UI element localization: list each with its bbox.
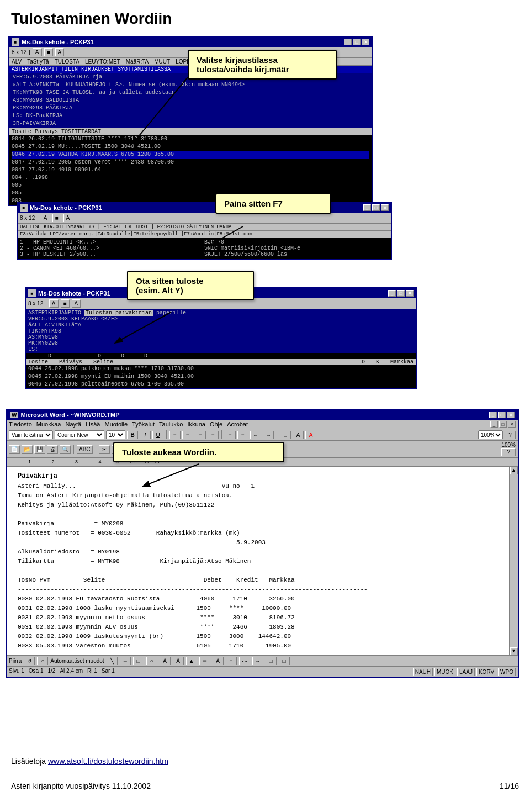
dos1-btn3[interactable]: A — [55, 48, 65, 56]
word-new-btn[interactable]: 📄 — [9, 445, 20, 454]
word-menu-window[interactable]: Ikkuna — [187, 421, 205, 428]
word-f1l: Päiväkirja = MY0298 — [18, 520, 269, 527]
word-nauh-btn[interactable]: NAUH — [413, 668, 433, 676]
word-restore2-btn[interactable]: □ — [499, 421, 507, 428]
word-menu-acrobat[interactable]: Acrobat — [227, 421, 248, 428]
word-wpo-btn[interactable]: WPO — [498, 668, 516, 676]
word-draw-dashstyle-btn[interactable]: - - — [239, 657, 250, 665]
word-menu-format[interactable]: Muotoile — [104, 421, 128, 428]
dos1-max-btn[interactable]: □ — [353, 39, 361, 45]
word-draw-fill-btn[interactable]: ▲ — [186, 657, 197, 665]
dos1-menu-maar[interactable]: MääR:TA — [126, 59, 149, 65]
word-draw-textbox-btn[interactable]: A — [160, 657, 171, 665]
dos3-btn3[interactable]: A — [72, 299, 81, 308]
dos1-row4: 0047 27.02.19 2005 oston verot **** 2430… — [12, 159, 369, 166]
word-list1-btn[interactable]: ≡ — [225, 431, 236, 439]
word-save-btn[interactable]: 💾 — [34, 445, 45, 454]
word-align-left-btn[interactable]: ≡ — [169, 431, 181, 439]
word-help2-btn[interactable]: ? — [501, 448, 516, 456]
word-list2-btn[interactable]: ≡ — [237, 431, 248, 439]
dos3-close-btn[interactable]: ✕ — [406, 290, 414, 297]
dos1-menu-alv[interactable]: ALV — [12, 59, 22, 65]
word-size-dropdown[interactable]: 10 — [106, 430, 125, 439]
dos1-menu-tast[interactable]: TaSt:yTä — [27, 59, 49, 65]
dos2-max-btn[interactable]: □ — [372, 204, 380, 211]
word-scrollbar[interactable]: ▲ ▼ — [509, 467, 518, 655]
dos2-btn1[interactable]: A — [41, 214, 50, 222]
word-draw-rect-btn[interactable]: □ — [133, 657, 144, 665]
word-justify-btn[interactable]: ≡ — [208, 431, 219, 439]
dos3-min-btn[interactable]: _ — [388, 290, 396, 297]
word-draw-oval-btn[interactable]: ○ — [146, 657, 157, 665]
dos3-btn2[interactable]: ■ — [61, 299, 70, 308]
word-restore-btn[interactable]: _ — [490, 421, 498, 428]
dos2-btn3[interactable]: A — [63, 214, 73, 222]
dos1-menu-levy[interactable]: LEUYTO:MET — [85, 59, 120, 65]
word-font-dropdown[interactable]: Courier New — [55, 430, 104, 439]
word-x-btn[interactable]: ✕ — [508, 421, 516, 428]
word-draw-line-btn[interactable]: ╲ — [107, 657, 118, 665]
dos3-th3: Selite — [93, 359, 351, 365]
word-muok-btn[interactable]: MUOK — [434, 668, 455, 676]
dos1-btn1[interactable]: A — [33, 48, 42, 56]
dos3-info3: äALT A:VINKITä=A — [28, 322, 414, 328]
word-zoom-dropdown[interactable]: 100% — [478, 430, 503, 439]
footer-link[interactable]: www.atsoft.fi/dostulostewordiin.htm — [48, 757, 168, 766]
word-draw-arrow-btn[interactable]: → — [120, 657, 131, 665]
dos1-close-btn[interactable]: ✕ — [362, 39, 369, 45]
word-menu-help[interactable]: Ohje — [210, 421, 222, 428]
dos3-btn1[interactable]: A — [49, 299, 59, 308]
word-menu-view[interactable]: Näytä — [65, 421, 81, 428]
word-help-btn[interactable]: ? — [505, 431, 516, 439]
word-draw-autoshape-btn[interactable]: ○ — [37, 657, 48, 665]
word-scroll-down[interactable]: ▼ — [510, 647, 518, 655]
word-indent2-btn[interactable]: → — [263, 431, 274, 439]
word-indent1-btn[interactable]: ← — [250, 431, 261, 439]
word-style-dropdown[interactable]: Vain tekstinä — [9, 430, 53, 439]
word-spell-btn[interactable]: ABC — [77, 445, 93, 454]
word-menu-tools[interactable]: Työkalut — [132, 421, 155, 428]
word-menu-edit[interactable]: Muokkaa — [36, 421, 61, 428]
word-menubar: Tiedosto Muokkaa Näytä Lisää Muotoile Ty… — [7, 420, 518, 429]
dos1-btn2[interactable]: ■ — [44, 48, 53, 56]
word-scroll-up[interactable]: ▲ — [510, 467, 518, 474]
page-wrapper: Tulostaminen Wordiin ■ Ms-Dos kehote - P… — [0, 0, 530, 795]
word-draw-3d-btn[interactable]: □ — [279, 657, 290, 665]
word-print-btn[interactable]: 🖨 — [47, 445, 58, 454]
word-border-btn[interactable]: □ — [280, 431, 291, 439]
word-draw-linestyle-btn[interactable]: ≡ — [226, 657, 237, 665]
word-close-btn[interactable]: ✕ — [507, 412, 515, 418]
dos1-min-btn[interactable]: _ — [344, 39, 352, 45]
word-cut-btn[interactable]: ✂ — [99, 445, 110, 454]
word-draw-fontcolor2-btn[interactable]: A — [213, 657, 224, 665]
word-menu-insert[interactable]: Lisää — [86, 421, 100, 428]
word-underline-btn[interactable]: U — [152, 431, 163, 439]
dos3-max-btn[interactable]: □ — [397, 290, 405, 297]
word-draw-wordart-btn[interactable]: A — [173, 657, 184, 665]
word-preview-btn[interactable]: 🔍 — [60, 445, 71, 454]
dos2-btn2[interactable]: ■ — [52, 214, 61, 222]
word-min-btn[interactable]: _ — [489, 412, 497, 418]
word-open-btn[interactable]: 📂 — [22, 445, 33, 454]
word-menu-file[interactable]: Tiedosto — [9, 421, 32, 428]
dos1-menu-muut[interactable]: MUUT — [154, 59, 170, 65]
word-draw-rotate-btn[interactable]: ↺ — [24, 657, 35, 665]
word-laaj-btn[interactable]: LAAJ — [457, 668, 475, 676]
dos2-close-btn[interactable]: ✕ — [381, 204, 389, 211]
word-menu-table[interactable]: Taulukko — [159, 421, 183, 428]
word-highlight-btn[interactable]: A — [293, 431, 304, 439]
word-italic-btn[interactable]: I — [140, 431, 151, 439]
word-max-btn[interactable]: □ — [498, 412, 506, 418]
word-align-right-btn[interactable]: ≡ — [195, 431, 206, 439]
word-draw-arrowstyle-btn[interactable]: → — [252, 657, 263, 665]
dos3-row2: 0045 27.02.1998 myynti EU maihin 1500 30… — [28, 373, 414, 381]
word-align-center-btn[interactable]: ≡ — [182, 431, 193, 439]
word-draw-linecolor-btn[interactable]: ━ — [199, 657, 210, 665]
word-fontcolor-btn[interactable]: A — [305, 431, 316, 439]
word-bold-btn[interactable]: B — [127, 431, 138, 439]
dos1-menu-tulosta[interactable]: TULOSTA — [55, 59, 80, 65]
word-korv-btn[interactable]: KORV — [476, 668, 496, 676]
dos2-min-btn[interactable]: _ — [363, 204, 371, 211]
word-draw-shadow-btn[interactable]: □ — [266, 657, 277, 665]
word-content-area[interactable]: Päiväkirja Asteri Malliy... vu no 1 Tämä… — [7, 467, 509, 655]
